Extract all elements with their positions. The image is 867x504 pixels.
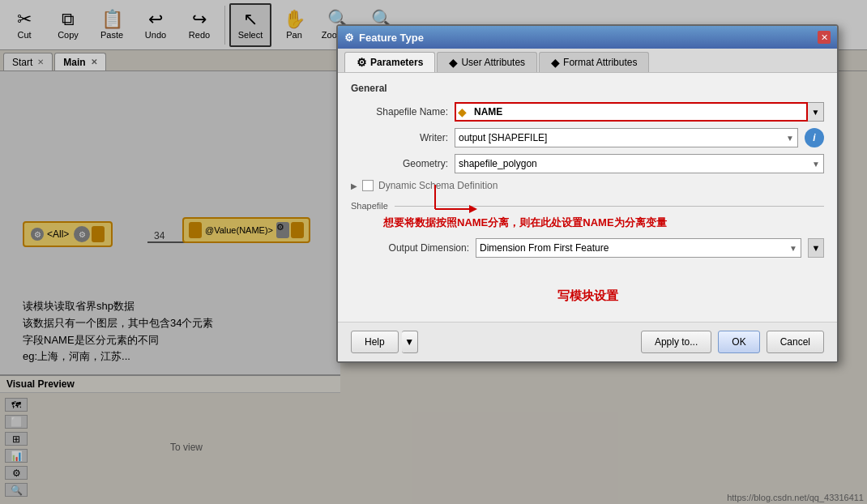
footer-left: Help ▼ xyxy=(351,331,418,353)
geometry-select[interactable]: shapefile_polygon ▼ xyxy=(455,154,824,173)
svg-marker-2 xyxy=(469,205,477,213)
dialog-title: ⚙ Feature Type xyxy=(344,32,424,44)
geometry-dropdown-arrow: ▼ xyxy=(812,160,820,169)
user-attributes-tab-icon: ◆ xyxy=(449,56,458,69)
output-dim-value: Dimension From First Feature xyxy=(480,242,609,254)
shapefile-name-icon: ◆ xyxy=(458,105,467,118)
general-section-title: General xyxy=(351,83,824,94)
writer-value: output [SHAPEFILE] xyxy=(459,132,547,143)
shapefile-name-label: Shapefile Name: xyxy=(351,106,448,117)
writer-dropdown-arrow: ▼ xyxy=(786,134,794,143)
output-dim-expand-button[interactable]: ▼ xyxy=(808,238,824,258)
dynamic-schema-row: ▶ Dynamic Schema Definition xyxy=(351,180,824,191)
geometry-value: shapefile_polygon xyxy=(459,158,537,169)
format-attributes-tab-icon: ◆ xyxy=(551,56,560,69)
parameters-tab-label: Parameters xyxy=(370,57,423,68)
shapefile-section-label: Shapefile xyxy=(351,201,388,211)
dialog-tab-parameters[interactable]: ⚙ Parameters xyxy=(344,52,435,72)
output-dim-row: Output Dimension: Dimension From First F… xyxy=(364,238,824,258)
shapefile-section-divider: Shapefile xyxy=(351,201,824,211)
format-attributes-tab-label: Format Attributes xyxy=(563,57,637,68)
ok-button[interactable]: OK xyxy=(718,331,759,353)
output-dim-label: Output Dimension: xyxy=(364,242,469,254)
writer-row: Writer: output [SHAPEFILE] ▼ i xyxy=(351,128,824,147)
dialog-footer: Help ▼ Apply to... OK Cancel xyxy=(338,322,837,361)
cancel-button[interactable]: Cancel xyxy=(767,331,824,353)
dialog-tab-user-attributes[interactable]: ◆ User Attributes xyxy=(437,52,537,72)
expand-triangle-icon[interactable]: ▶ xyxy=(351,182,357,190)
dialog-tabs: ⚙ Parameters ◆ User Attributes ◆ Format … xyxy=(338,49,837,73)
red-annotation-container: 想要将数据按照NAME分离，则在此处设置NAME为分离变量 xyxy=(351,216,824,230)
writer-info-button[interactable]: i xyxy=(805,128,824,147)
feature-type-dialog: ⚙ Feature Type ✕ ⚙ Parameters ◆ User Att… xyxy=(336,24,839,363)
dialog-tab-format-attributes[interactable]: ◆ Format Attributes xyxy=(539,52,649,72)
dialog-close-button[interactable]: ✕ xyxy=(818,31,831,44)
dialog-body: General Shapefile Name: ◆ ▼ Writer: outp… xyxy=(338,73,837,322)
shapefile-name-row: Shapefile Name: ◆ ▼ xyxy=(351,102,824,122)
output-dim-select[interactable]: Dimension From First Feature ▼ xyxy=(476,238,801,258)
dynamic-schema-checkbox[interactable] xyxy=(362,180,374,191)
writer-select[interactable]: output [SHAPEFILE] ▼ xyxy=(455,128,798,147)
red-arrow-svg xyxy=(429,185,477,221)
dialog-title-text: Feature Type xyxy=(359,32,424,44)
output-dim-dropdown-arrow: ▼ xyxy=(789,244,797,253)
help-button[interactable]: Help xyxy=(351,331,399,353)
writer-label: Writer: xyxy=(351,132,448,143)
geometry-row: Geometry: shapefile_polygon ▼ xyxy=(351,154,824,173)
shapefile-name-dropdown[interactable]: ▼ xyxy=(808,102,824,122)
shapefile-name-input[interactable] xyxy=(455,102,808,122)
geometry-label: Geometry: xyxy=(351,158,448,169)
shapefile-name-input-wrapper: ◆ ▼ xyxy=(455,102,824,122)
parameters-tab-icon: ⚙ xyxy=(357,56,367,69)
help-dropdown-button[interactable]: ▼ xyxy=(402,331,418,353)
user-attributes-tab-label: User Attributes xyxy=(461,57,525,68)
dialog-title-icon: ⚙ xyxy=(344,32,354,44)
apply-to-button[interactable]: Apply to... xyxy=(641,331,711,353)
footer-right: Apply to... OK Cancel xyxy=(641,331,824,353)
dialog-titlebar: ⚙ Feature Type ✕ xyxy=(338,26,837,49)
dialog-center-text: 写模块设置 xyxy=(351,264,824,312)
